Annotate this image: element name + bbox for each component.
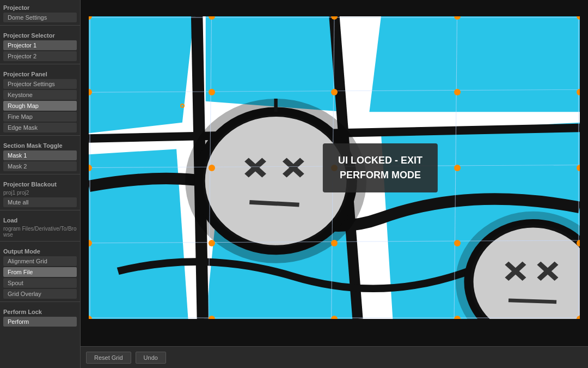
alignment-grid-button[interactable]: Alignment Grid (3, 256, 77, 266)
svg-line-12 (247, 160, 264, 176)
rough-map-button[interactable]: Rough Map (3, 101, 77, 111)
svg-line-24 (509, 300, 556, 302)
svg-point-19 (463, 218, 580, 319)
mute-all-button[interactable]: Mute all (3, 197, 77, 207)
sidebar: Projector Dome Settings Projector Select… (0, 0, 81, 368)
grid-dot[interactable] (331, 89, 338, 95)
projection-bg: UI LOCKED - EXIT PERFORM MODE (89, 16, 580, 319)
projector-panel-header: Projector Panel (0, 69, 80, 79)
grid-dot[interactable] (454, 16, 461, 20)
svg-line-21 (507, 263, 524, 279)
bottom-toolbar: Reset Grid Undo (81, 346, 588, 368)
grid-dot[interactable] (331, 316, 338, 319)
grid-dot[interactable] (577, 165, 580, 171)
svg-line-13 (247, 160, 264, 176)
grid-dot[interactable] (577, 89, 580, 95)
divider-2 (0, 64, 80, 64)
svg-line-15 (285, 160, 302, 176)
svg-marker-4 (89, 149, 188, 319)
divider-3 (0, 135, 80, 136)
svg-point-11 (194, 107, 358, 256)
blackout-header: Projector Blackout (0, 179, 80, 189)
divider-6 (0, 241, 80, 242)
mask-1-button[interactable]: Mask 1 (3, 150, 77, 160)
lock-overlay: UI LOCKED - EXIT PERFORM MODE (323, 143, 438, 192)
section-mask-header: Section Mask Toggle (0, 140, 80, 150)
divider-7 (0, 301, 80, 302)
svg-line-8 (334, 16, 358, 319)
svg-point-18 (469, 224, 580, 319)
cursor-indicator (180, 104, 185, 108)
grid-dot[interactable] (331, 16, 338, 20)
keystone-button[interactable]: Keystone (3, 90, 77, 100)
undo-button[interactable]: Undo (136, 352, 166, 364)
grid-dot[interactable] (89, 316, 92, 319)
svg-marker-6 (381, 123, 580, 319)
svg-marker-2 (206, 16, 346, 112)
output-mode-header: Output Mode (0, 246, 80, 256)
svg-marker-3 (369, 16, 580, 112)
grid-dot[interactable] (331, 240, 338, 246)
main-area: UI LOCKED - EXIT PERFORM MODE Reset Grid… (81, 0, 588, 368)
projector-2-button[interactable]: Projector 2 (3, 51, 77, 61)
grid-dot[interactable] (89, 240, 92, 246)
grid-dot[interactable] (454, 240, 461, 246)
fine-map-button[interactable]: Fine Map (3, 112, 77, 122)
grid-dot[interactable] (454, 316, 461, 319)
svg-line-20 (507, 263, 524, 279)
perform-button[interactable]: Perform (3, 317, 77, 327)
projector-1-button[interactable]: Projector 1 (3, 40, 77, 50)
edge-mask-button[interactable]: Edge Mask (3, 123, 77, 132)
svg-point-10 (200, 112, 352, 250)
grid-dot[interactable] (209, 165, 215, 171)
reset-grid-button[interactable]: Reset Grid (86, 352, 131, 364)
grid-dot[interactable] (577, 240, 580, 246)
grid-dot[interactable] (209, 316, 215, 319)
lock-line2: PERFORM MODE (338, 168, 422, 183)
spout-button[interactable]: Spout (3, 278, 77, 288)
canvas-area[interactable]: UI LOCKED - EXIT PERFORM MODE (81, 0, 588, 346)
svg-line-22 (539, 263, 556, 279)
projector-selector-header: Projector Selector (0, 30, 80, 40)
svg-line-16 (249, 202, 299, 205)
grid-dot[interactable] (454, 89, 461, 95)
load-path: rogram Files/Derivative/To/Browse (0, 225, 80, 239)
svg-marker-1 (89, 16, 194, 133)
projector-settings-button[interactable]: Projector Settings (3, 79, 77, 89)
svg-line-7 (197, 16, 203, 319)
grid-dot[interactable] (577, 316, 580, 319)
svg-line-23 (539, 263, 556, 279)
blackout-items: proj1 proj2 (0, 189, 80, 197)
dome-settings-button[interactable]: Dome Settings (3, 13, 77, 22)
lock-line1: UI LOCKED - EXIT (338, 153, 422, 168)
svg-line-14 (285, 160, 302, 176)
grid-dot[interactable] (89, 16, 92, 20)
projector-title: Projector (0, 2, 80, 12)
grid-dot[interactable] (89, 165, 92, 171)
divider-1 (0, 25, 80, 26)
grid-dot[interactable] (209, 89, 215, 95)
divider-5 (0, 210, 80, 210)
grid-dot[interactable] (209, 16, 215, 20)
mask-2-button[interactable]: Mask 2 (3, 161, 77, 171)
svg-line-9 (89, 128, 580, 138)
grid-dot[interactable] (331, 165, 338, 171)
grid-dot[interactable] (209, 240, 215, 246)
svg-marker-5 (206, 133, 358, 319)
divider-4 (0, 174, 80, 174)
grid-dot[interactable] (454, 165, 461, 171)
load-header: Load (0, 215, 80, 225)
grid-dot[interactable] (89, 89, 92, 95)
grid-overlay-button[interactable]: Grid Overlay (3, 289, 77, 299)
from-file-button[interactable]: From File (3, 267, 77, 277)
perform-lock-header: Perform Lock (0, 306, 80, 316)
grid-dot[interactable] (577, 16, 580, 20)
